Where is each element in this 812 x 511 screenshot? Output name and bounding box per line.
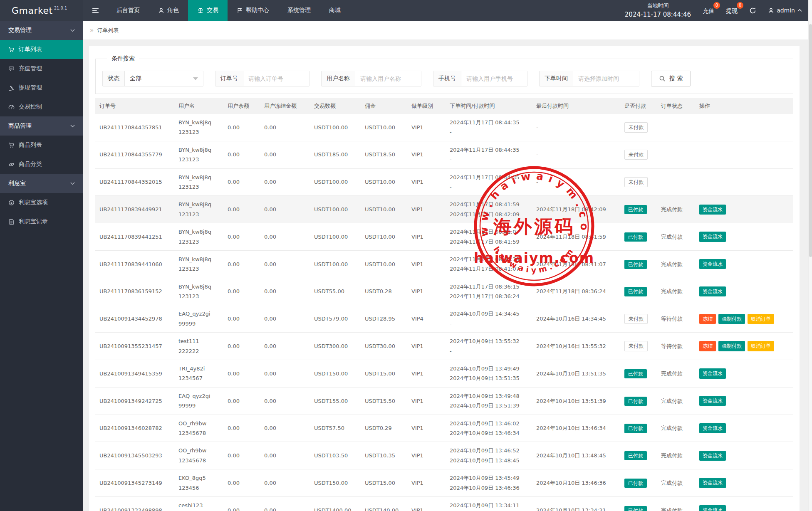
app-version: 21.0.1 (54, 6, 67, 10)
sidebar-item-interest-options[interactable]: 利息宝选项 (0, 193, 83, 212)
commission: USDT140.00 (365, 507, 399, 511)
nav-item-label: 交易 (207, 7, 218, 14)
flow-button[interactable]: 资金流水 (699, 478, 726, 488)
trade-amount: USDT185.00 (314, 151, 348, 158)
order-time: 2024年11月17日 08:36:15 (450, 282, 528, 291)
sidebar-item-goods-category[interactable]: 商品分类 (0, 155, 83, 174)
caret-down-icon (193, 77, 198, 80)
nav-item-mall[interactable]: 商城 (320, 0, 350, 21)
scrollbar-track (808, 0, 812, 511)
force-button[interactable]: 强制付款 (718, 341, 745, 351)
phone-input[interactable] (461, 71, 527, 86)
cancel-button[interactable]: 取消订单 (748, 341, 774, 351)
order-no: UB2411170844357851 (99, 123, 170, 132)
search-icon (659, 75, 666, 82)
order-no-filter: 订单号 (215, 71, 309, 86)
order-time: 2024年11月17日 08:40:38 (450, 254, 528, 264)
order-time: 2024年10月09日 13:46:02 (450, 419, 528, 428)
flow-button[interactable]: 资金流水 (699, 505, 726, 511)
scrollbar-thumb[interactable] (809, 24, 812, 257)
user-id: 123123 (178, 182, 219, 192)
order-no: UB2410091345503293 (99, 451, 170, 460)
refresh-icon[interactable] (749, 7, 756, 14)
sidebar-item-recharge-manage[interactable]: 充值管理 (0, 59, 83, 78)
order-no: UB2410091434452978 (99, 314, 170, 323)
flow-button[interactable]: 资金流水 (699, 232, 726, 242)
order-time-input[interactable] (573, 71, 639, 86)
order-status: 完成付款 (661, 425, 683, 431)
flow-button[interactable]: 资金流水 (699, 205, 726, 215)
flow-button[interactable]: 资金流水 (699, 368, 726, 378)
flow-button[interactable]: 资金流水 (699, 259, 726, 269)
table-header-row: 订单号用户名用户余额用户冻结金额交易数额佣金做单级别下单时间/付款时间最后付款时… (95, 98, 793, 114)
nav-item-system[interactable]: 系统管理 (278, 0, 320, 21)
user-name: BYN_kw8j8q (178, 200, 219, 209)
flag-icon (237, 7, 243, 14)
admin-menu[interactable]: admin (768, 7, 802, 14)
recharge-link[interactable]: 充值 0 (703, 6, 714, 15)
vip-level: VIP1 (411, 452, 423, 459)
last-pay-time: 2024年10月10日 13:46:34 (536, 425, 606, 431)
cancel-button[interactable]: 取消订单 (748, 314, 774, 324)
username-input[interactable] (355, 71, 421, 86)
actions-cell: 资金流水 (695, 278, 793, 305)
last-pay-time: - (536, 151, 538, 158)
sidebar-item-label: 商品列表 (19, 141, 42, 149)
status-select[interactable]: 全部 (125, 71, 203, 86)
sidebar-item-label: 利息宝记录 (19, 218, 48, 225)
sidebar-group-trade-manage[interactable]: 交易管理 (0, 21, 83, 40)
user-name: BYN_kw8j8q (178, 282, 219, 291)
commission: USDT15.00 (365, 480, 395, 486)
flow-button[interactable]: 资金流水 (699, 451, 726, 461)
sidebar-group-goods-manage[interactable]: 商品管理 (0, 116, 83, 136)
user-id: 123123 (178, 155, 219, 164)
order-time: 2024年11月17日 08:44:35 (450, 145, 528, 155)
flow-button[interactable]: 资金流水 (699, 286, 726, 296)
nav-item-trade[interactable]: 交易 (188, 0, 228, 21)
sidebar-item-interest-records[interactable]: 利息宝记录 (0, 212, 83, 231)
vip-level: VIP1 (411, 179, 423, 185)
table-row: UB2411170844355779BYN_kw8j8q1231230.000.… (95, 141, 793, 168)
pay-time: 2024年10月09日 13:51:39 (450, 401, 528, 410)
sidebar-item-goods-list[interactable]: 商品列表 (0, 136, 83, 155)
last-pay-time: 2024年11月18日 08:41:07 (536, 261, 606, 267)
user-frozen-amount: 0.00 (264, 343, 276, 349)
hamburger-icon[interactable] (83, 0, 107, 21)
trade-amount: USDT150.00 (314, 370, 348, 377)
freeze-button[interactable]: 冻结 (699, 341, 716, 351)
order-status: 完成付款 (661, 480, 683, 486)
sidebar-item-withdraw-manage[interactable]: 提现管理 (0, 78, 83, 97)
nav-item-home[interactable]: 后台首页 (107, 0, 149, 21)
sidebar-group-interest[interactable]: 利息宝 (0, 174, 83, 193)
top-navbar: Gmarket 21.0.1 后台首页角色交易帮助中心系统管理商城 当地时间 2… (0, 0, 812, 21)
order-no: UB2411170839441060 (99, 259, 170, 269)
user-id: 1234567 (178, 373, 219, 383)
sidebar-item-trade-control[interactable]: 交易控制 (0, 97, 83, 116)
flow-button[interactable]: 资金流水 (699, 423, 726, 433)
search-button[interactable]: 搜 索 (651, 71, 691, 86)
last-pay-time: 2024年11月18日 08:36:24 (536, 288, 606, 294)
force-button[interactable]: 强制付款 (718, 314, 745, 324)
user-balance: 0.00 (228, 343, 240, 349)
trade-amount: USDT100.00 (314, 206, 348, 212)
nav-item-help-center[interactable]: 帮助中心 (228, 0, 278, 21)
user-name: OO_rh9bw (178, 446, 219, 455)
sidebar-item-order-list[interactable]: 订单列表 (0, 40, 83, 59)
trade-amount: USDT55.00 (314, 288, 344, 294)
nav-item-roles[interactable]: 角色 (149, 0, 188, 21)
person-icon (768, 7, 774, 14)
order-no-input[interactable] (243, 71, 309, 86)
freeze-button[interactable]: 冻结 (699, 314, 716, 324)
order-no: UB2411170836159152 (99, 286, 170, 296)
commission: USDT10.00 (365, 124, 395, 131)
withdraw-link[interactable]: 提现 0 (726, 6, 738, 15)
local-time-value: 2024-11-17 08:44:46 (625, 10, 691, 20)
paid-status-badge: 未付款 (624, 314, 648, 324)
commission: USDT0.28 (365, 288, 392, 294)
last-pay-time: 2024年10月16日 13:55:32 (536, 343, 606, 349)
sidebar-item-label: 提现管理 (19, 84, 42, 91)
scales-icon (197, 7, 204, 14)
flow-button[interactable]: 资金流水 (699, 396, 726, 406)
user-frozen-amount: 0.00 (264, 398, 276, 404)
order-time: 2024年10月09日 13:49:48 (450, 391, 528, 401)
